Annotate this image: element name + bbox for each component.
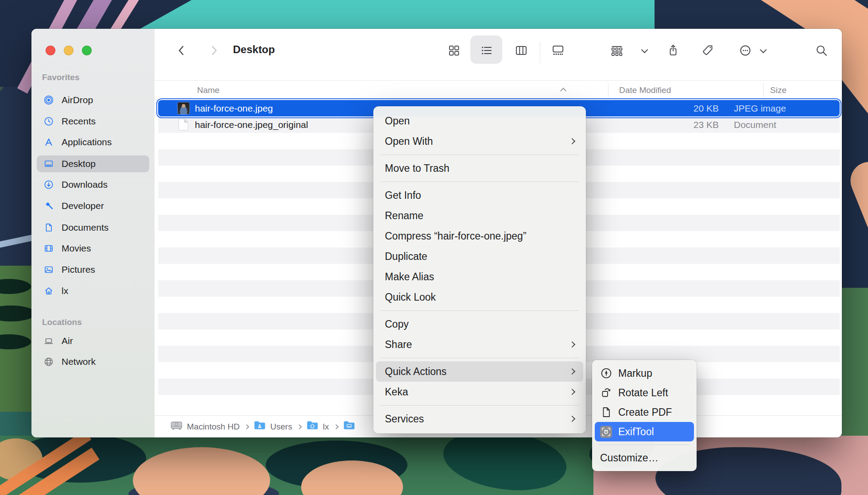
- exiftool-icon: [600, 426, 612, 438]
- menu-item-label: Share: [385, 339, 412, 351]
- close-window-button[interactable]: [46, 46, 55, 55]
- more-options-icon[interactable]: [738, 43, 752, 58]
- menu-item-label: Duplicate: [385, 251, 427, 263]
- sidebar-item-recents[interactable]: Recents: [37, 113, 149, 130]
- sidebar-item-applications[interactable]: Applications: [37, 134, 149, 151]
- path-item-macintosh-hd[interactable]: Macintosh HD: [187, 422, 240, 432]
- sidebar-item-label: Network: [62, 356, 96, 367]
- menu-item-duplicate[interactable]: Duplicate: [376, 246, 583, 267]
- column-divider[interactable]: [608, 83, 608, 97]
- sidebar-item-downloads[interactable]: Downloads: [37, 176, 149, 193]
- jpeg-thumbnail: [178, 102, 190, 114]
- submenu-item-label: Rotate Left: [618, 387, 668, 399]
- menu-item-share[interactable]: Share: [376, 334, 583, 355]
- menu-separator: [380, 182, 579, 182]
- column-header-name[interactable]: Name: [197, 85, 220, 95]
- menu-item-label: Make Alias: [385, 271, 434, 283]
- column-headers: Name Date Modified Size Kind: [155, 81, 842, 100]
- desktop-folder-icon: [343, 421, 355, 433]
- menu-item-label: Move to Trash: [385, 162, 450, 174]
- menu-item-make-alias[interactable]: Make Alias: [376, 267, 583, 287]
- tag-icon[interactable]: [701, 43, 715, 58]
- menu-item-label: Quick Look: [385, 291, 436, 303]
- chevron-right-icon: [244, 424, 249, 429]
- menu-item-label: Copy: [385, 318, 409, 330]
- submenu-item-create-pdf[interactable]: Create PDF: [595, 402, 694, 422]
- path-item-users[interactable]: Users: [270, 422, 292, 432]
- list-view-button[interactable]: [479, 43, 493, 58]
- column-header-date-modified[interactable]: Date Modified: [619, 85, 671, 95]
- search-icon[interactable]: [814, 43, 829, 58]
- menu-item-open[interactable]: Open: [376, 111, 583, 131]
- film-icon: [44, 244, 54, 253]
- chevron-down-icon[interactable]: [637, 43, 651, 58]
- submenu-item-markup[interactable]: Markup: [595, 364, 694, 383]
- sidebar-item-label: AirDrop: [62, 95, 93, 105]
- sidebar-item-label: Documents: [62, 222, 108, 233]
- column-divider[interactable]: [763, 83, 763, 97]
- column-view-button[interactable]: [514, 43, 528, 58]
- sidebar-item-home[interactable]: lx: [37, 282, 149, 299]
- sidebar-item-pictures[interactable]: Pictures: [37, 261, 149, 278]
- submenu-item-label: Markup: [618, 367, 652, 379]
- sort-ascending-icon: [560, 88, 566, 94]
- file-name: hair-force-one.jpeg_original: [195, 120, 308, 130]
- menu-item-compress[interactable]: Compress “hair-force-one.jpeg”: [376, 226, 583, 246]
- chevron-right-icon: [333, 424, 338, 429]
- forward-button[interactable]: [207, 44, 221, 59]
- chevron-right-icon: [569, 389, 575, 395]
- menu-item-quick-actions[interactable]: Quick Actions: [376, 361, 583, 382]
- home-icon: [44, 286, 54, 296]
- menu-item-copy[interactable]: Copy: [376, 314, 583, 334]
- back-button[interactable]: [175, 44, 188, 59]
- menu-separator: [380, 405, 579, 406]
- menu-item-keka[interactable]: Keka: [376, 382, 583, 402]
- context-menu: Open Open With Move to Trash Get Info Re…: [373, 106, 586, 433]
- file-name: hair-force-one.jpeg: [195, 103, 273, 114]
- zoom-window-button[interactable]: [82, 46, 92, 55]
- submenu-item-exiftool[interactable]: ExifTool: [595, 422, 694, 441]
- minimize-window-button[interactable]: [64, 46, 74, 55]
- sidebar-item-label: Pictures: [62, 264, 95, 275]
- icon-view-button[interactable]: [447, 43, 461, 58]
- wallpaper-shape: [0, 412, 34, 438]
- app-store-icon: [44, 137, 54, 147]
- sidebar-item-air[interactable]: Air: [37, 333, 149, 349]
- path-item-lx[interactable]: lx: [323, 422, 329, 432]
- sidebar-item-movies[interactable]: Movies: [37, 240, 149, 257]
- globe-icon: [44, 357, 54, 367]
- sidebar-item-documents[interactable]: Documents: [37, 219, 149, 236]
- submenu-item-customize[interactable]: Customize…: [595, 448, 694, 468]
- sidebar-section-favorites: Favorites: [42, 73, 79, 82]
- sidebar-item-developer[interactable]: Developer: [37, 197, 149, 214]
- chevron-down-icon[interactable]: [756, 43, 770, 58]
- users-folder-icon: [254, 421, 266, 433]
- group-by-button[interactable]: [610, 43, 624, 58]
- menu-item-get-info[interactable]: Get Info: [376, 185, 583, 205]
- menu-item-move-to-trash[interactable]: Move to Trash: [376, 158, 583, 178]
- download-circle-icon: [44, 180, 54, 189]
- markup-icon: [600, 367, 612, 379]
- file-kind: JPEG image: [734, 103, 786, 114]
- menu-item-label: Open: [385, 115, 410, 127]
- menu-item-services[interactable]: Services: [376, 409, 583, 429]
- menu-item-label: Get Info: [385, 189, 421, 201]
- submenu-item-rotate-left[interactable]: Rotate Left: [595, 383, 694, 402]
- gallery-view-button[interactable]: [551, 43, 565, 58]
- sidebar-item-label: Downloads: [62, 179, 108, 190]
- column-header-size[interactable]: Size: [770, 85, 787, 95]
- file-size: 23 KB: [636, 120, 719, 130]
- menu-item-open-with[interactable]: Open With: [376, 131, 583, 151]
- sidebar-item-airdrop[interactable]: AirDrop: [37, 92, 149, 108]
- menu-item-label: Open With: [385, 135, 433, 147]
- sidebar-item-desktop[interactable]: Desktop: [37, 155, 149, 172]
- menu-item-rename[interactable]: Rename: [376, 205, 583, 226]
- sidebar-item-label: Air: [62, 336, 73, 346]
- hard-drive-icon: [170, 420, 182, 433]
- sidebar-item-network[interactable]: Network: [37, 353, 149, 370]
- menu-separator: [380, 310, 579, 311]
- menu-item-label: Compress “hair-force-one.jpeg”: [385, 230, 527, 242]
- chevron-right-icon: [569, 341, 575, 348]
- share-icon[interactable]: [666, 43, 680, 58]
- menu-item-quick-look[interactable]: Quick Look: [376, 287, 583, 307]
